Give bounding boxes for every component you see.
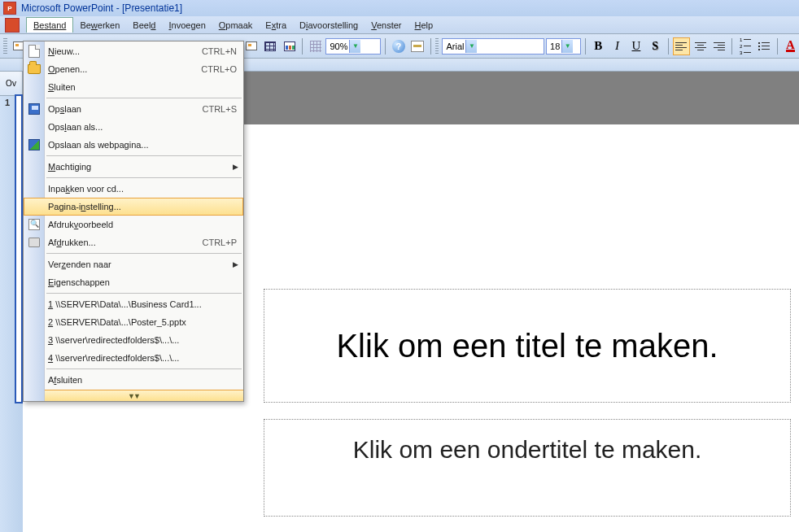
menu-item-machtiging[interactable]: Machtiging▶: [24, 158, 243, 176]
separator: [585, 38, 586, 55]
saveweb-icon: [27, 137, 41, 152]
menu-separator: [46, 368, 242, 369]
italic-button[interactable]: I: [609, 37, 626, 55]
font-combo[interactable]: Arial▼: [442, 38, 544, 55]
menu-item-1-server-data-business-card1[interactable]: 1 \\SERVER\Data\...\Business Card1...: [24, 295, 243, 313]
menu-bestand[interactable]: Bestand: [26, 17, 73, 33]
file-menu-dropdown: Nieuw...CTRL+NOpenen...CTRL+OSluitenOpsl…: [23, 41, 244, 402]
menu-item-shortcut: CTRL+P: [203, 238, 238, 247]
slide-thumbnail[interactable]: [15, 94, 23, 403]
underline-button[interactable]: U: [627, 37, 644, 55]
chevron-down-icon[interactable]: ▼: [561, 40, 573, 53]
menu-item-eigenschappen[interactable]: Eigenschappen: [24, 273, 243, 291]
slide-number: 1: [5, 98, 10, 107]
menu-item-label: Machtiging: [48, 162, 237, 172]
menu-item-opslaan[interactable]: OpslaanCTRL+S: [24, 100, 243, 118]
menu-item-label: Opslaan als...: [48, 122, 237, 132]
insert-chart-icon[interactable]: [281, 37, 298, 55]
open-icon: [27, 62, 41, 76]
submenu-arrow-icon: ▶: [233, 163, 238, 171]
toolbar-grip[interactable]: [3, 38, 7, 55]
menu-item-afsluiten[interactable]: Afsluiten: [24, 371, 243, 389]
align-right-button[interactable]: [710, 37, 727, 55]
separator: [777, 38, 778, 55]
app-icon: P: [3, 2, 16, 15]
menu-item-nieuw[interactable]: Nieuw...CTRL+N: [24, 42, 243, 60]
menu-item-opslaan-als-webpagina[interactable]: Opslaan als webpagina...: [24, 136, 243, 154]
separator: [731, 38, 732, 55]
menu-item-label: Opslaan: [48, 104, 203, 114]
menu-item-sluiten[interactable]: Sluiten: [24, 78, 243, 96]
insert-table-icon[interactable]: [262, 37, 279, 55]
menu-item-4-server-redirectedfolders[interactable]: 4 \\server\redirectedfolders$\...\...: [24, 349, 243, 367]
align-center-button[interactable]: [692, 37, 709, 55]
font-size-value: 18: [550, 41, 560, 51]
menu-item-label: Opslaan als webpagina...: [48, 140, 237, 150]
menu-item-label: Openen...: [48, 64, 201, 74]
help-icon[interactable]: ?: [390, 37, 407, 55]
menu-item-verzenden-naar[interactable]: Verzenden naar▶: [24, 255, 243, 273]
menu-bewerken[interactable]: Bewerken: [73, 18, 126, 33]
menu-item-shortcut: CTRL+S: [203, 104, 238, 114]
font-value: Arial: [446, 41, 464, 51]
slide-subtitle-placeholder[interactable]: Klik om een ondertitel te maken.: [264, 419, 791, 517]
menu-item-label: 2 \\SERVER\Data\...\Poster_5.pptx: [48, 317, 237, 327]
separator: [302, 38, 303, 55]
menu-item-label: Inpakken voor cd...: [48, 184, 237, 194]
menu-item-opslaan-als[interactable]: Opslaan als...: [24, 118, 243, 136]
menu-item-label: 4 \\server\redirectedfolders$\...\...: [48, 353, 237, 363]
menu-bar: Bestand Bewerken Beeld Invoegen Opmaak E…: [0, 16, 799, 34]
separator: [430, 38, 431, 55]
new-slide-button[interactable]: [242, 37, 260, 55]
menu-invoegen[interactable]: Invoegen: [162, 18, 212, 33]
menu-item-label: Afdrukken...: [48, 238, 203, 247]
menu-item-openen[interactable]: Openen...CTRL+O: [24, 60, 243, 78]
print-icon: [27, 235, 41, 250]
menu-opmaak[interactable]: Opmaak: [212, 18, 260, 33]
font-size-combo[interactable]: 18▼: [546, 38, 581, 55]
zoom-combo[interactable]: 90%▼: [325, 38, 381, 55]
menu-venster[interactable]: Venster: [365, 18, 408, 33]
menu-item-label: Pagina-instelling...: [48, 202, 236, 211]
menu-item-shortcut: CTRL+N: [202, 46, 237, 56]
numbered-list-button[interactable]: 123: [736, 37, 753, 55]
align-left-button[interactable]: [673, 37, 690, 55]
presentation-icon[interactable]: [5, 18, 20, 33]
chevron-down-icon: ▼▼: [128, 392, 139, 400]
menu-item-label: Sluiten: [48, 82, 237, 92]
menu-item-label: Nieuw...: [48, 46, 202, 56]
show-grid-icon[interactable]: [307, 37, 324, 55]
bullet-list-button[interactable]: [756, 37, 773, 55]
menu-extra[interactable]: Extra: [259, 18, 293, 33]
menu-diavoorstelling[interactable]: Diavoorstelling: [293, 18, 365, 33]
menu-separator: [46, 177, 242, 178]
font-color-button[interactable]: A: [782, 37, 799, 55]
submenu-arrow-icon: ▶: [233, 260, 238, 268]
menu-item-afdrukken[interactable]: Afdrukken...CTRL+P: [24, 233, 243, 251]
outline-tab-label: Ov: [6, 79, 16, 88]
menu-item-pagina-instelling[interactable]: Pagina-instelling...: [24, 198, 243, 216]
menu-item-3-server-redirectedfolders[interactable]: 3 \\server\redirectedfolders$\...\...: [24, 331, 243, 349]
menu-separator: [46, 155, 242, 156]
slide-title-placeholder[interactable]: Klik om een titel te maken.: [264, 289, 791, 403]
separator: [385, 38, 386, 55]
menu-item-label: Verzenden naar: [48, 259, 237, 269]
menu-item-2-server-data-poster-5-pptx[interactable]: 2 \\SERVER\Data\...\Poster_5.pptx: [24, 313, 243, 331]
text-shadow-button[interactable]: S: [647, 37, 664, 55]
bold-button[interactable]: B: [590, 37, 607, 55]
chevron-down-icon[interactable]: ▼: [465, 40, 477, 53]
outline-tab[interactable]: Ov: [0, 72, 23, 96]
menu-beeld[interactable]: Beeld: [126, 18, 162, 33]
chevron-down-icon[interactable]: ▼: [349, 40, 360, 53]
menu-item-shortcut: CTRL+O: [201, 64, 237, 74]
save-icon: [27, 102, 41, 116]
window-title: Microsoft PowerPoint - [Presentatie1]: [21, 2, 182, 14]
menu-item-inpakken-voor-cd[interactable]: Inpakken voor cd...: [24, 180, 243, 198]
zoom-value: 90%: [330, 41, 347, 51]
color-scheme-icon[interactable]: [408, 37, 426, 55]
menu-item-afdrukvoorbeeld[interactable]: Afdrukvoorbeeld: [24, 216, 243, 233]
toolbar-grip[interactable]: [435, 38, 439, 55]
expand-menu-button[interactable]: ▼▼: [24, 390, 243, 401]
new-icon: [27, 44, 41, 59]
menu-help[interactable]: Help: [408, 18, 440, 33]
